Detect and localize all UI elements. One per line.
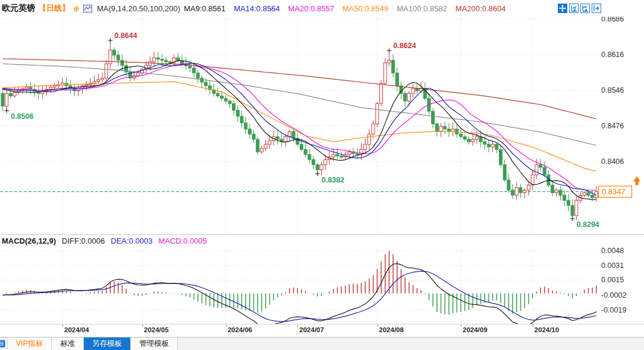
- ma-line-ma9: [3, 61, 596, 200]
- date-tick: [533, 324, 533, 327]
- circle-plus-icon[interactable]: ⊕: [73, 5, 80, 12]
- macd-chart[interactable]: 0.00480.00310.0015-0.0002-0.0019: [0, 247, 644, 324]
- date-label: 2024/04: [64, 326, 89, 333]
- template-list-icon[interactable]: [0, 338, 7, 350]
- template-tabbar: VIP指标 标准 另存模板 管理模板: [0, 337, 644, 350]
- macd-header: MACD(26,12,9) DIFF:0.0006 DEA:0.0003 MAC…: [0, 235, 644, 247]
- date-tick: [62, 324, 63, 327]
- chart-header: 欧元英镑 【日线】 ⊕ MA(9,14,20,50,100,200) MA9:0…: [0, 0, 644, 17]
- ma-line-ma200: [3, 59, 596, 119]
- date-label: 2024/08: [379, 326, 404, 333]
- macd-macd-value: MACD:0.0005: [158, 237, 207, 245]
- svg-text:0.8616: 0.8616: [601, 51, 624, 59]
- svg-text:-0.0019: -0.0019: [601, 306, 626, 314]
- indicator-chart-icon[interactable]: [83, 5, 92, 12]
- svg-text:0.0015: 0.0015: [601, 276, 624, 284]
- macd-diff-value: DIFF:0.0006: [62, 237, 105, 245]
- macd-histogram: [3, 251, 596, 315]
- svg-text:0.8546: 0.8546: [601, 86, 624, 94]
- ma-line-ma100: [3, 64, 596, 145]
- date-label: 2024/07: [299, 326, 324, 333]
- date-label: 2024/09: [463, 326, 488, 333]
- ma-legend-value: MA200:0.8604: [455, 4, 506, 13]
- svg-text:0.0048: 0.0048: [601, 247, 624, 255]
- candles-layer: [1, 40, 598, 220]
- date-label: 2024/06: [228, 326, 253, 333]
- date-label: 2024/05: [144, 326, 169, 333]
- macd-title: MACD(26,12,9): [2, 237, 56, 245]
- ma-legend-values: MA9:0.8561MA14:0.8564MA20:0.8557MA50:0.8…: [184, 3, 514, 14]
- ma-settings-label: MA(9,14,20,50,100,200): [97, 4, 180, 13]
- goto-latest-icon[interactable]: [592, 4, 601, 13]
- svg-text:0.8686: 0.8686: [601, 17, 624, 23]
- current-price-box: 0.8347: [599, 176, 641, 198]
- candlestick-chart[interactable]: 0.86860.86160.85460.84760.84060.86440.86…: [0, 17, 644, 234]
- macd-pane[interactable]: 0.00480.00310.0015-0.0002-0.0019: [0, 247, 644, 324]
- svg-text:0.8294: 0.8294: [577, 220, 599, 229]
- date-tick: [377, 324, 378, 327]
- svg-text:0.8382: 0.8382: [322, 176, 344, 184]
- diff-line: [3, 264, 596, 324]
- compress-chart-icon[interactable]: [569, 4, 579, 13]
- date-tick: [297, 324, 298, 327]
- pan-tool-icon[interactable]: [558, 4, 567, 13]
- svg-text:0.8347: 0.8347: [602, 187, 626, 196]
- ma-line-ma20: [3, 64, 596, 190]
- symbol-name: 欧元英镑: [2, 3, 35, 14]
- ma-legend-value: MA14:0.8564: [234, 4, 279, 13]
- ma-legend-value: MA9:0.8561: [184, 4, 225, 13]
- main-chart-pane[interactable]: 0.86860.86160.85460.84760.84060.86440.86…: [0, 17, 644, 235]
- date-axis: 2024/042024/052024/062024/072024/082024/…: [0, 324, 644, 337]
- expand-chart-icon[interactable]: [580, 4, 590, 13]
- period-selector[interactable]: 【日线】: [39, 3, 70, 14]
- price-direction-arrow: [633, 176, 640, 185]
- svg-text:0.8624: 0.8624: [393, 42, 416, 50]
- ma-legend-value: MA100:0.8582: [397, 4, 447, 13]
- svg-text:0.8406: 0.8406: [601, 157, 624, 166]
- price-gridlines: [0, 17, 598, 234]
- dea-line: [3, 271, 596, 321]
- tab-vip-indicators[interactable]: VIP指标: [7, 338, 52, 350]
- svg-text:0.8506: 0.8506: [11, 112, 33, 121]
- svg-text:-0.0002: -0.0002: [601, 291, 626, 299]
- chart-application: 欧元英镑 【日线】 ⊕ MA(9,14,20,50,100,200) MA9:0…: [0, 0, 644, 350]
- date-tick: [142, 324, 143, 327]
- date-label: 2024/10: [535, 326, 560, 333]
- ma-legend-value: MA50:0.8549: [343, 4, 388, 13]
- tab-manage-template[interactable]: 管理模板: [131, 338, 178, 350]
- ma-legend-value: MA20:0.8557: [288, 4, 334, 13]
- chart-toolbar: [558, 4, 601, 13]
- macd-dea-value: DEA:0.0003: [111, 237, 152, 245]
- tab-standard[interactable]: 标准: [52, 338, 84, 350]
- ma-lines-layer: [3, 59, 596, 200]
- svg-text:0.8476: 0.8476: [601, 122, 624, 130]
- svg-text:0.0031: 0.0031: [601, 261, 624, 270]
- date-tick: [461, 324, 461, 327]
- tab-save-template[interactable]: 另存模板: [84, 338, 131, 350]
- svg-text:0.8644: 0.8644: [114, 31, 137, 40]
- date-tick: [226, 324, 227, 327]
